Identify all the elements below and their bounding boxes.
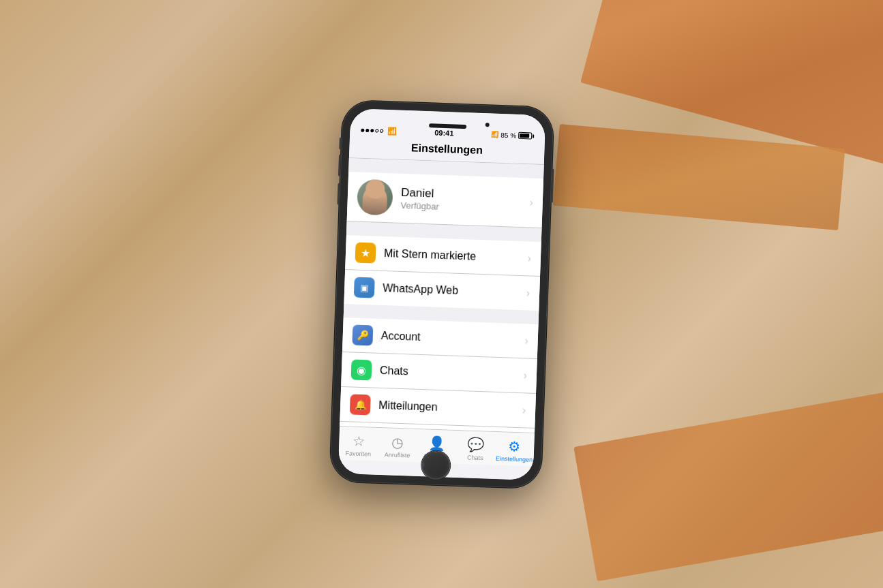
profile-section: Daniel Verfügbar › — [346, 172, 543, 228]
status-right-area: 📶 85 % — [491, 130, 534, 139]
whatsapp-web-icon: ▣ — [353, 277, 374, 298]
speaker-notch — [429, 123, 466, 129]
anrufliste-label: Anrufliste — [384, 450, 410, 458]
chats-tab-icon: 💬 — [466, 435, 484, 452]
group-1: ★ Mit Stern markierte › ▣ WhatsApp Web › — [344, 235, 541, 311]
mitteilungen-row[interactable]: 🔔 Mitteilungen › — [340, 386, 536, 428]
signal-dot-1 — [361, 128, 364, 131]
avatar-image — [362, 184, 388, 215]
einstellungen-label: Einstellungen — [495, 454, 532, 463]
front-camera — [485, 123, 489, 127]
phone-device: 📶 09:41 📶 85 % Einstellungen — [329, 99, 554, 488]
signal-dot-3 — [370, 128, 374, 131]
group-2: 🔑 Account › ◉ Chats › — [340, 317, 538, 432]
battery-percent: 85 % — [500, 131, 516, 139]
signal-dot-2 — [365, 128, 369, 131]
phone-wrapper: 📶 09:41 📶 85 % Einstellungen — [329, 99, 554, 488]
chats-tab-label: Chats — [466, 453, 483, 461]
whatsapp-web-label: WhatsApp Web — [382, 281, 518, 298]
chats-row[interactable]: ◉ Chats › — [341, 352, 537, 393]
chats-chevron: › — [523, 369, 527, 382]
volume-up-button — [338, 154, 340, 176]
mitteilungen-chevron: › — [522, 404, 526, 416]
favoriten-label: Favoriten — [345, 449, 371, 457]
starred-row[interactable]: ★ Mit Stern markierte › — [345, 235, 541, 277]
starred-label: Mit Stern markierte — [383, 247, 519, 264]
chats-icon: ◉ — [350, 359, 372, 380]
account-chevron: › — [524, 335, 528, 347]
anrufliste-icon: ◷ — [391, 433, 404, 450]
favoriten-icon: ☆ — [352, 432, 365, 449]
signal-dot-4 — [375, 128, 378, 131]
tab-einstellungen[interactable]: ⚙ Einstellungen — [494, 437, 534, 463]
status-time: 09:41 — [434, 128, 454, 137]
home-button[interactable] — [421, 450, 450, 480]
avatar-head — [365, 179, 385, 199]
silent-button — [339, 137, 342, 149]
whatsapp-web-chevron: › — [526, 287, 530, 299]
profile-info: Daniel Verfügbar — [400, 185, 522, 214]
whatsapp-web-row[interactable]: ▣ WhatsApp Web › — [344, 270, 540, 311]
wifi-icon: 📶 — [387, 126, 397, 135]
phone-screen: 📶 09:41 📶 85 % Einstellungen — [338, 108, 545, 480]
einstellungen-icon: ⚙ — [508, 437, 521, 454]
starred-chevron: › — [527, 252, 531, 264]
tab-favoriten[interactable]: ☆ Favoriten — [338, 431, 378, 457]
settings-content[interactable]: Daniel Verfügbar › ★ Mit Stern markiert — [340, 158, 544, 433]
volume-down-button — [337, 183, 340, 204]
signal-dot-5 — [380, 129, 383, 132]
account-icon: 🔑 — [352, 324, 373, 345]
mitteilungen-icon: 🔔 — [349, 394, 370, 415]
status-signal: 📶 — [361, 125, 397, 136]
signal-dots — [361, 128, 383, 132]
chats-label: Chats — [379, 364, 515, 381]
avatar — [357, 179, 393, 215]
profile-row[interactable]: Daniel Verfügbar › — [346, 172, 543, 228]
profile-chevron: › — [529, 196, 533, 208]
page-title: Einstellungen — [410, 142, 482, 156]
tab-chats[interactable]: 💬 Chats — [455, 435, 495, 461]
starred-icon: ★ — [355, 242, 376, 263]
account-row[interactable]: 🔑 Account › — [342, 317, 538, 358]
bluetooth-icon: 📶 — [491, 131, 498, 138]
account-label: Account — [380, 329, 516, 346]
battery-icon — [518, 131, 534, 139]
tab-anrufliste[interactable]: ◷ Anrufliste — [377, 433, 417, 459]
kontakte-icon: 👤 — [428, 434, 445, 451]
mitteilungen-label: Mitteilungen — [378, 399, 513, 416]
